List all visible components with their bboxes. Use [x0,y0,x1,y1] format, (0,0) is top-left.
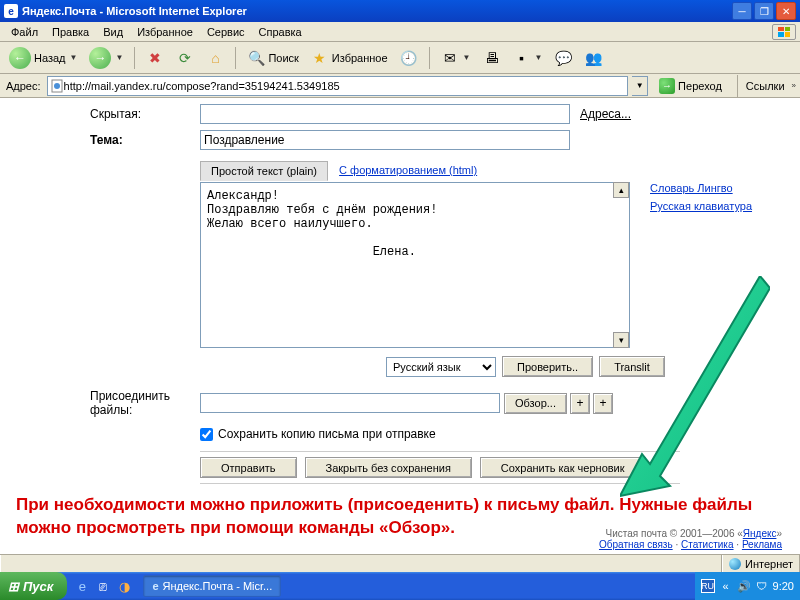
browse-button[interactable]: Обзор... [504,393,567,414]
links-label[interactable]: Ссылки [746,80,785,92]
separator [134,47,135,69]
page-content: Скрытая: Адреса... Тема: Простой текст (… [0,98,800,554]
mail-button[interactable]: ✉▼ [436,46,476,70]
menu-file[interactable]: Файл [4,24,45,40]
url-box[interactable] [47,76,629,96]
window-titlebar: e Яндекс.Почта - Microsoft Internet Expl… [0,0,800,22]
url-input[interactable] [64,80,626,92]
language-select[interactable]: Русский язык [386,357,496,377]
search-label: Поиск [268,52,298,64]
system-tray: RU « 🔊 🛡 9:20 [695,572,800,600]
page-icon [50,79,64,93]
ql-media-icon[interactable]: ◑ [115,577,133,595]
print-button[interactable]: 🖶 [478,46,506,70]
forward-button[interactable]: → ▼ [84,46,128,70]
close-no-save-button[interactable]: Закрыть без сохранения [305,457,472,478]
save-copy-checkbox[interactable] [200,428,213,441]
history-icon: 🕘 [400,49,418,67]
back-icon: ← [9,47,31,69]
windows-flag-icon [772,24,796,40]
discuss-icon: 💬 [554,49,572,67]
scroll-up-button[interactable]: ▴ [613,182,629,198]
close-button[interactable]: ✕ [776,2,796,20]
status-pane [0,555,722,572]
message-body[interactable]: Александр! Поздравляю тебя с днём рожден… [200,182,630,348]
menu-tools[interactable]: Сервис [200,24,252,40]
back-button[interactable]: ← Назад ▼ [4,46,82,70]
search-button[interactable]: 🔍Поиск [242,46,303,70]
attach-label: Присоединить файлы: [0,389,200,417]
tab-plain-text[interactable]: Простой текст (plain) [200,161,328,181]
tray-chevron-icon[interactable]: « [719,579,733,593]
stats-link[interactable]: Статистика [681,539,734,550]
globe-icon [729,558,741,570]
taskbar: ⊞ Пуск e ⎚ ◑ e Яндекс.Почта - Micr... RU… [0,572,800,600]
attach-input[interactable] [200,393,500,413]
quick-launch: e ⎚ ◑ [73,577,133,595]
addresses-link[interactable]: Адреса... [580,107,631,121]
discuss-button[interactable]: 💬 [549,46,577,70]
go-button[interactable]: → Переход [652,76,729,96]
feedback-link[interactable]: Обратная связь [599,539,673,550]
back-label: Назад [34,52,66,64]
url-dropdown[interactable]: ▼ [632,76,648,96]
check-button[interactable]: Проверить.. [502,356,593,377]
ql-desktop-icon[interactable]: ⎚ [94,577,112,595]
send-button[interactable]: Отправить [200,457,297,478]
chevron-down-icon: ▼ [535,53,543,62]
window-title: Яндекс.Почта - Microsoft Internet Explor… [22,5,730,17]
add-attachment-button[interactable]: + [593,393,613,414]
search-icon: 🔍 [247,49,265,67]
menu-favorites[interactable]: Избранное [130,24,200,40]
minimize-button[interactable]: ─ [732,2,752,20]
task-label: Яндекс.Почта - Micr... [163,580,273,592]
stop-button[interactable]: ✖ [141,46,169,70]
go-label: Переход [678,80,722,92]
tab-html-link[interactable]: С форматированием (html) [339,164,477,176]
ie-icon: e [4,4,18,18]
menu-view[interactable]: Вид [96,24,130,40]
history-button[interactable]: 🕘 [395,46,423,70]
maximize-button[interactable]: ❐ [754,2,774,20]
favorites-button[interactable]: ★Избранное [306,46,393,70]
go-icon: → [659,78,675,94]
print-icon: 🖶 [483,49,501,67]
home-button[interactable]: ⌂ [201,46,229,70]
save-draft-button[interactable]: Сохранить как черновик [480,457,646,478]
chevron-right-icon: » [792,81,796,90]
favorites-label: Избранное [332,52,388,64]
remove-attachment-button[interactable]: + [570,393,590,414]
tray-lang-icon[interactable]: RU [701,579,715,593]
separator [235,47,236,69]
tray-shield-icon[interactable]: 🛡 [755,579,769,593]
zone-label: Интернет [745,558,793,570]
task-button[interactable]: e Яндекс.Почта - Micr... [143,575,281,597]
messenger-icon: 👥 [584,49,602,67]
lingvo-link[interactable]: Словарь Лингво [650,182,752,194]
svg-point-1 [54,83,60,89]
address-label: Адрес: [4,80,43,92]
ql-ie-icon[interactable]: e [73,577,91,595]
yandex-link[interactable]: Яндекс [743,528,777,539]
scroll-down-button[interactable]: ▾ [613,332,629,348]
chevron-down-icon: ▼ [115,53,123,62]
ads-link[interactable]: Реклама [742,539,782,550]
subject-label: Тема: [90,133,200,147]
menu-edit[interactable]: Правка [45,24,96,40]
tray-volume-icon[interactable]: 🔊 [737,579,751,593]
zone-pane: Интернет [722,555,800,572]
subject-input[interactable] [200,130,570,150]
toolbar: ← Назад ▼ → ▼ ✖ ⟳ ⌂ 🔍Поиск ★Избранное 🕘 … [0,42,800,74]
edit-button[interactable]: ▪▼ [508,46,548,70]
start-button[interactable]: ⊞ Пуск [0,572,67,600]
keyboard-link[interactable]: Русская клавиатура [650,200,752,212]
mail-icon: ✉ [441,49,459,67]
hidden-input[interactable] [200,104,570,124]
start-label: Пуск [23,579,53,594]
home-icon: ⌂ [206,49,224,67]
refresh-button[interactable]: ⟳ [171,46,199,70]
menu-help[interactable]: Справка [252,24,309,40]
hidden-label: Скрытая: [90,107,200,121]
translit-button[interactable]: Translit [599,356,665,377]
messenger-button[interactable]: 👥 [579,46,607,70]
